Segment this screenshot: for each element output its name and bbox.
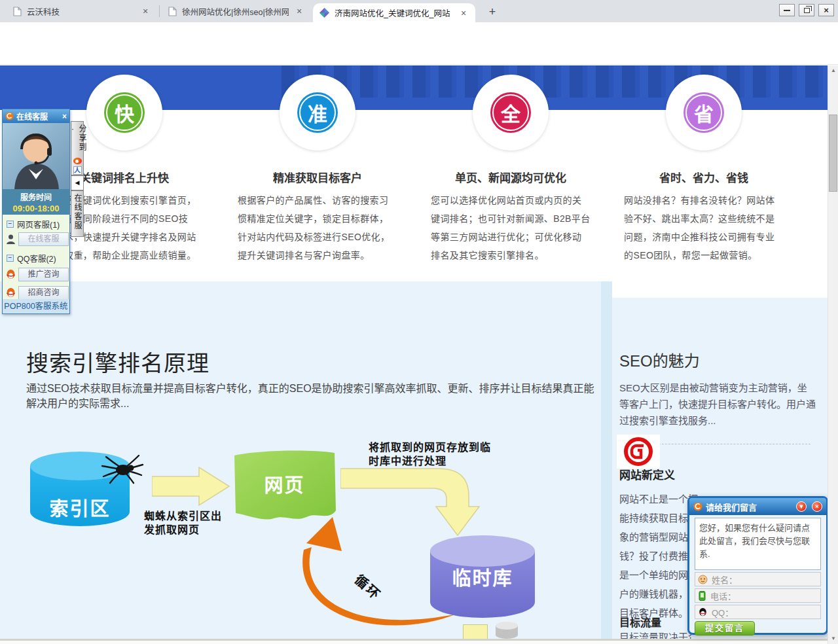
webpage-label: 网页 xyxy=(250,470,319,497)
store-note: 将抓取到的网页存放到临时库中进行处理 xyxy=(369,440,491,468)
business-consult-button[interactable]: 招商咨询 xyxy=(18,286,69,300)
phone-field[interactable]: 电话： xyxy=(695,588,821,603)
tab-yunwo[interactable]: 云沃科技 × xyxy=(7,0,157,22)
minimize-icon xyxy=(784,10,790,11)
sidebar-traffic-title: 目标流量 xyxy=(619,614,661,630)
tab-close-icon[interactable]: × xyxy=(294,6,304,16)
feature-title: 精准获取目标客户 xyxy=(226,169,409,185)
tab-close-icon[interactable]: × xyxy=(140,6,151,16)
collapse-icon[interactable]: − xyxy=(7,255,14,262)
sidebar-charm-text: SEO大区别是由被动营销变为主动营销，坐等客户上门，快速提升目标客户转化。用户通… xyxy=(619,380,816,429)
save-badge-icon: 省 xyxy=(683,92,724,133)
feature-circle-save: 省 xyxy=(666,75,742,151)
pop800-footer: POP800客服系统 xyxy=(3,299,69,313)
section-gap-strip xyxy=(601,281,612,639)
fast-badge-icon: 快 xyxy=(104,92,145,133)
web-service-group[interactable]: − 网页客服(1) xyxy=(7,219,60,229)
phone-icon xyxy=(698,591,706,601)
name-field[interactable]: 姓名： xyxy=(695,572,821,586)
scroll-up-arrow[interactable]: ▲ xyxy=(828,65,838,76)
restore-icon xyxy=(804,8,810,13)
tab-close-icon[interactable]: × xyxy=(458,8,469,18)
small-yellow-box xyxy=(463,624,488,639)
popup-close-button[interactable]: × xyxy=(812,501,822,512)
site-favicon xyxy=(319,8,329,18)
spider-note: 蜘蛛从索引区出发抓取网页 xyxy=(144,509,222,537)
feature-circle-full: 全 xyxy=(473,75,549,151)
popup-titlebar[interactable]: 请给我们留言 ▼ × xyxy=(689,498,826,515)
section-intro: 通过SEO技术获取目标流量并提高目标客户转化，真正的SEO是协助搜索引擎高效率抓… xyxy=(26,381,600,411)
qq-penguin-icon xyxy=(698,607,708,617)
face-icon xyxy=(698,575,708,584)
scroll-down-arrow[interactable]: ▼ xyxy=(828,634,838,644)
agent-person-icon xyxy=(5,234,16,245)
collapse-icon[interactable]: − xyxy=(7,221,14,228)
qq-icon xyxy=(5,269,16,280)
share-to-tab[interactable]: 分享到· 人 xyxy=(71,121,84,175)
tab-xuzhou[interactable]: 徐州网站优化|徐州seo|徐州网站 × xyxy=(162,0,311,22)
next-section-edge xyxy=(0,641,838,644)
window-minimize-button[interactable] xyxy=(779,4,795,16)
agent-photo xyxy=(3,123,69,189)
window-close-button[interactable]: × xyxy=(818,4,834,16)
page-icon xyxy=(13,7,22,16)
popup-minimize-button[interactable]: ▼ xyxy=(796,501,807,512)
close-icon: × xyxy=(824,6,829,14)
feature-title: 单页、新闻源均可优化 xyxy=(419,169,602,185)
red-brand-logo xyxy=(617,435,660,469)
browser-window: 云沃科技 × 徐州网站优化|徐州seo|徐州网站 × 济南网站优化_关键词优化_… xyxy=(0,0,838,644)
collapse-arrow-button[interactable]: ◀ xyxy=(71,175,84,190)
badge-char: 全 xyxy=(501,98,520,127)
phone-field-label: 电话： xyxy=(710,590,736,602)
tab-strip: 云沃科技 × 徐州网站优化|徐州seo|徐州网站 × 济南网站优化_关键词优化_… xyxy=(0,0,838,22)
section-title: 搜索引擎排名原理 xyxy=(26,346,210,378)
badge-char: 省 xyxy=(694,98,714,127)
online-service-tab[interactable]: 在线客服 xyxy=(71,190,84,237)
submit-message-button[interactable]: 提交留言 xyxy=(695,621,755,635)
qq-field[interactable]: QQ： xyxy=(695,605,821,619)
message-textarea[interactable]: 您好，如果您有什么疑问请点此处留言，我们会尽快与您联系. xyxy=(695,518,821,570)
feature-description: 您可以选择优化网站首页或内页的关键词排名；也可针对新闻源、B2B平台等第三方网站… xyxy=(431,191,598,264)
qq-field-label: QQ： xyxy=(712,606,733,618)
tab-separator xyxy=(159,5,160,17)
feature-description: 将关键词优化到搜索引擎首页，在不同阶段进行不同的SEO技术，快速提升关键字排名及… xyxy=(64,191,231,264)
tab-title: 徐州网站优化|徐州seo|徐州网站 xyxy=(182,5,289,18)
promotion-consult-button[interactable]: 推广咨询 xyxy=(18,268,69,281)
temp-cylinder-label: 临时库 xyxy=(437,563,528,590)
renren-icon[interactable]: 人 xyxy=(73,166,82,175)
weibo-icon[interactable] xyxy=(73,158,82,164)
small-gray-cylinder xyxy=(494,620,519,640)
new-tab-button[interactable]: + xyxy=(484,5,500,19)
header-skyline-decoration xyxy=(282,65,828,98)
service-panel-close-icon[interactable]: × xyxy=(62,112,67,121)
tab-title: 云沃科技 xyxy=(27,5,135,18)
scrollbar-thumb[interactable] xyxy=(829,115,837,192)
service-hours-label: 服务时间 xyxy=(3,189,69,202)
feature-circle-fast: 快 xyxy=(86,75,162,151)
badge-char: 快 xyxy=(115,98,134,127)
badge-char: 准 xyxy=(308,98,327,127)
online-service-tab-label: 在线客服 xyxy=(73,194,82,230)
navigation-bar: ← → ↻ ⌂ i 不安全 www.zhongqitui.com/a/seo/i… xyxy=(0,22,838,45)
share-to-label: 分享到· xyxy=(68,124,86,155)
leave-message-popup: 请给我们留言 ▼ × 您好，如果您有什么疑问请点此处留言，我们会尽快与您联系. … xyxy=(687,496,828,635)
full-badge-icon: 全 xyxy=(490,92,531,133)
service-panel-title: 在线客服 xyxy=(16,111,60,122)
right-arrow-shape xyxy=(152,466,230,507)
red-logo-icon xyxy=(621,436,656,467)
page-scrollbar[interactable]: ▲ ▼ xyxy=(828,65,838,644)
index-cylinder-label: 索引区 xyxy=(34,493,126,521)
bookmarks-bar: 应用 腾旭 腾讯课堂-个人中心 到 百度图片首页 来 快速前三 千里眼-我的店铺… xyxy=(0,45,838,65)
qq-service-group[interactable]: − QQ客服(2) xyxy=(7,253,56,263)
qq-service-group-label: QQ客服(2) xyxy=(17,252,56,264)
sidebar-redefine-title: 网站新定义 xyxy=(619,466,675,482)
popup-logo-icon xyxy=(693,502,702,511)
precise-badge-icon: 准 xyxy=(297,92,338,133)
service-hours-value: 09:00-18:00 xyxy=(3,202,69,213)
online-service-button[interactable]: 在线客服 xyxy=(18,232,69,246)
web-service-group-label: 网页客服(1) xyxy=(17,218,60,230)
sidebar-charm-title: SEO的魅力 xyxy=(619,348,700,371)
window-restore-button[interactable] xyxy=(799,4,814,16)
tab-jinan-active[interactable]: 济南网站优化_关键词优化_网站 × xyxy=(313,3,475,22)
popup-title: 请给我们留言 xyxy=(706,501,791,513)
